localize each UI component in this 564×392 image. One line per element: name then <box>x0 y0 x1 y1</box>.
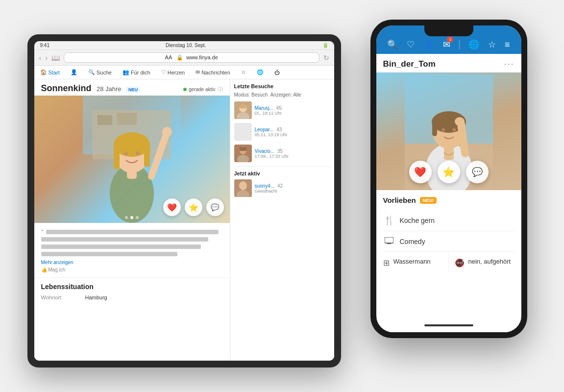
visitor-item-3[interactable]: Vivacio... 35 17.09., 17:33 Uhr <box>234 145 330 162</box>
active-user-info-1: sunny4... 42 Geesthacht <box>255 183 330 194</box>
visitor-avatar-2 <box>234 123 252 141</box>
visitor-item-1[interactable]: Marusj... 45 Di., 19:11 Uhr <box>234 101 330 119</box>
svg-rect-36 <box>385 237 393 243</box>
forward-button[interactable]: › <box>45 54 48 62</box>
back-button[interactable]: ‹ <box>39 54 42 62</box>
nav-search[interactable]: 🔍 Suche <box>86 68 114 77</box>
visitor-photo-svg <box>234 101 252 119</box>
tablet-sidebar: Letzte Besuche Modus: Besuch Anzeigen: A… <box>230 79 334 361</box>
nav-globe[interactable]: 🌐 <box>255 68 266 77</box>
nav-bookmark[interactable]: ☆ <box>239 68 248 77</box>
pref-smoking-label: nein, aufgehört <box>468 258 511 265</box>
phone-star-icon[interactable]: ☆ <box>488 39 496 50</box>
svg-point-13 <box>162 127 172 137</box>
svg-rect-21 <box>240 147 246 151</box>
svg-line-34 <box>461 124 465 153</box>
mehr-anzeigen-link[interactable]: Mehr anzeigen <box>41 260 223 265</box>
scene: 9:41 Dienstag 10. Sept. 🔋 ‹ › 📖 AA 🔒 www… <box>13 10 552 382</box>
quote-line-2 <box>41 237 208 242</box>
photo-dot-2 <box>130 216 133 219</box>
phone-notch <box>424 25 473 36</box>
phone-heart-button[interactable]: ❤️ <box>409 161 432 183</box>
grid-icon: ⊞ <box>383 258 390 268</box>
pref-new-badge: NEU! <box>420 197 437 204</box>
phone-bottom-bar <box>376 318 521 332</box>
pref-title: Vorlieben <box>383 196 416 204</box>
tablet-statusbar: 9:41 Dienstag 10. Sept. 🔋 <box>34 41 334 50</box>
photo-dots <box>125 216 139 219</box>
status-info-icon: ⓘ <box>218 86 223 93</box>
pref-heading: Vorlieben NEU! <box>383 196 515 204</box>
visitor-info-3: Vivacio... 35 17.09., 17:33 Uhr <box>255 148 330 159</box>
visitor-item-2[interactable]: Leopar... 43 05.11, 13:19 Uhr <box>234 123 330 141</box>
phone-more-button[interactable]: ··· <box>504 59 514 69</box>
profile-name: Sonnenkind <box>41 83 92 93</box>
profile-text-section: Mehr anzeigen 👍 Mag ich <box>34 223 230 278</box>
aa-label: AA <box>165 54 172 60</box>
profile-info-section: Lebenssituation Wohnort Hamburg <box>34 278 230 305</box>
message-badge: 1 <box>447 36 453 43</box>
tablet-screen: 9:41 Dienstag 10. Sept. 🔋 ‹ › 📖 AA 🔒 www… <box>34 41 334 361</box>
reload-button[interactable]: ↻ <box>323 54 329 62</box>
phone-globe-icon[interactable]: 🌐 <box>468 39 479 50</box>
url-text: www.finya.de <box>186 54 218 60</box>
profile-header: Sonnenkind 28 Jahre NEU gerade aktiv ⓘ <box>34 79 230 96</box>
phone-screen: 🔍 ♡ 👤 ✉ 1 🌐 ☆ ≡ Bin_der_Tom ··· <box>376 25 521 332</box>
chat-button[interactable]: 💬 <box>206 198 224 216</box>
no-smoking-icon: 🚭 <box>455 258 465 268</box>
wohnort-row: Wohnort Hamburg <box>41 294 223 300</box>
nav-furdich[interactable]: 👥 Für dich <box>121 68 152 77</box>
nav-herzen[interactable]: ♡ Herzen <box>159 68 187 77</box>
tablet-date: Dienstag 10. Sept. <box>166 43 206 48</box>
phone-chat-button[interactable]: 💬 <box>466 161 489 183</box>
address-bar[interactable]: AA 🔒 www.finya.de <box>64 52 319 63</box>
visitor-name-2: Leopar... 43 <box>255 127 330 132</box>
svg-rect-3 <box>117 113 137 125</box>
profile-age: 28 Jahre <box>97 85 122 93</box>
reader-button[interactable]: 📖 <box>51 54 60 62</box>
visitor-3-photo-svg <box>234 145 252 162</box>
visitor-name-1: Marusj... 45 <box>255 105 330 111</box>
phone-heart-icon[interactable]: ♡ <box>407 39 415 50</box>
tablet-device: 9:41 Dienstag 10. Sept. 🔋 ‹ › 📖 AA 🔒 www… <box>27 34 341 368</box>
phone-search-icon[interactable]: 🔍 <box>387 39 398 50</box>
phone-menu-icon[interactable]: ≡ <box>505 40 510 50</box>
photo-dot-1 <box>125 216 128 219</box>
wohnort-value: Hamburg <box>85 294 107 300</box>
svg-rect-2 <box>98 115 112 125</box>
svg-point-33 <box>452 128 456 132</box>
mag-ich-label: 👍 Mag ich <box>41 267 223 272</box>
visitor-avatar-1 <box>234 101 252 119</box>
phone-device: 🔍 ♡ 👤 ✉ 1 🌐 ☆ ≡ Bin_der_Tom ··· <box>370 20 527 338</box>
visitor-info-2: Leopar... 43 05.11, 13:19 Uhr <box>255 127 330 137</box>
svg-rect-31 <box>432 119 437 136</box>
phone-message-icon[interactable]: ✉ 1 <box>443 39 450 50</box>
tablet-browserbar: ‹ › 📖 AA 🔒 www.finya.de ↻ <box>34 50 334 66</box>
profile-identity: Sonnenkind 28 Jahre NEU <box>41 83 141 94</box>
nav-profile[interactable]: 👤 <box>69 68 79 77</box>
pref-item-comedy: Comedy <box>383 231 515 252</box>
svg-rect-9 <box>144 145 150 167</box>
profile-quote <box>41 228 223 257</box>
pref-comedy-label: Comedy <box>400 238 425 245</box>
visitor-name-3: Vivacio... 35 <box>255 148 330 154</box>
nav-start[interactable]: 🏠 Start <box>38 68 62 77</box>
tablet-profile-panel: Sonnenkind 28 Jahre NEU gerade aktiv ⓘ <box>34 79 230 361</box>
star-button[interactable]: ⭐ <box>185 198 202 216</box>
active-user-item-1[interactable]: sunny4... 42 Geesthacht <box>234 179 330 197</box>
profile-new-badge: NEU <box>126 87 140 93</box>
nav-power[interactable]: ⏻ <box>272 68 282 77</box>
phone-profile-photo: ❤️ ⭐ 💬 <box>376 73 521 190</box>
phone-star-button[interactable]: ⭐ <box>438 161 460 183</box>
heart-button[interactable]: ❤️ <box>163 198 181 216</box>
active-user-name-1: sunny4... 42 <box>255 183 330 189</box>
visitor-time-3: 17.09., 17:33 Uhr <box>255 154 330 159</box>
jetzt-aktiv-title: Jetzt aktiv <box>234 171 330 176</box>
pref-item-koche: 🍴 Koche gern <box>383 210 515 231</box>
active-user-location-1: Geesthacht <box>255 189 330 194</box>
nav-nachrichten[interactable]: ✉ Nachrichten <box>194 68 232 77</box>
phone-profile-icon[interactable]: 👤 <box>423 39 434 50</box>
svg-rect-37 <box>387 243 391 244</box>
quote-line-1 <box>46 230 219 234</box>
tv-svg <box>385 237 393 244</box>
